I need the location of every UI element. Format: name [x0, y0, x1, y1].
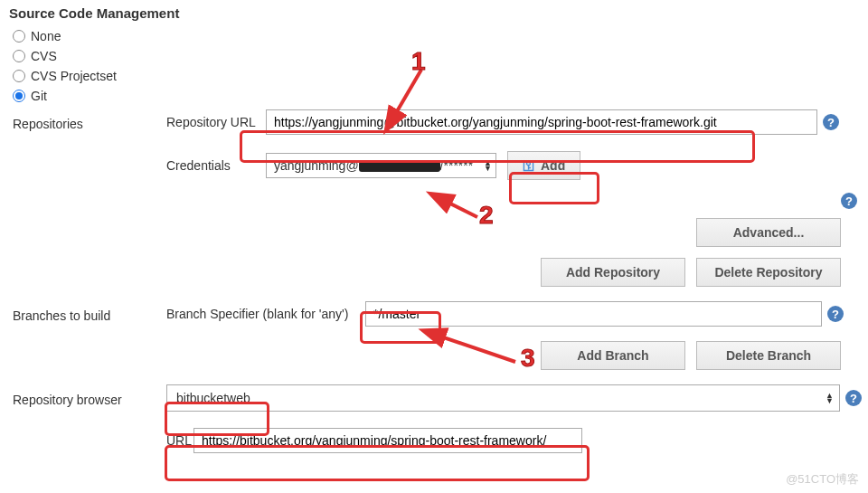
credentials-mask: /****** [440, 158, 474, 173]
add-repository-button[interactable]: Add Repository [541, 258, 685, 287]
chevron-updown-icon: ▲▼ [484, 160, 492, 171]
branch-specifier-label: Branch Specifier (blank for 'any') [166, 307, 365, 321]
branch-specifier-input[interactable] [365, 301, 822, 327]
help-icon[interactable]: ? [841, 193, 857, 209]
repositories-label: Repositories [13, 113, 166, 131]
radio-icon [13, 50, 25, 62]
key-icon: ⚿ [523, 158, 535, 173]
repo-browser-label: Repository browser [13, 389, 166, 407]
section-title: Source Code Management [0, 0, 868, 26]
scm-option-cvs-projectset[interactable]: CVS Projectset [0, 66, 868, 86]
radio-label: CVS [31, 49, 57, 63]
radio-label: CVS Projectset [31, 69, 117, 83]
radio-icon [13, 90, 25, 102]
help-icon[interactable]: ? [827, 306, 844, 322]
browser-url-label: URL [166, 433, 193, 448]
browser-url-input[interactable] [193, 428, 582, 453]
repo-url-label: Repository URL [166, 115, 266, 129]
scm-option-git[interactable]: Git [0, 86, 868, 106]
repo-browser-select[interactable]: bitbucketweb ▲▼ [166, 384, 840, 412]
annotation-number-3: 3 [521, 344, 535, 373]
annotation-number-1: 1 [411, 47, 426, 76]
repo-browser-value: bitbucketweb [176, 391, 250, 405]
radio-icon [13, 30, 25, 43]
radio-label: Git [31, 89, 47, 103]
watermark: @51CTO博客 [786, 471, 859, 488]
help-icon[interactable]: ? [845, 390, 862, 406]
add-button-label: Add [541, 158, 565, 173]
radio-label: None [31, 29, 61, 43]
scm-option-cvs[interactable]: CVS [0, 46, 868, 66]
add-branch-button[interactable]: Add Branch [541, 341, 685, 370]
credentials-value: yangjunming@ [274, 158, 359, 173]
delete-branch-button[interactable]: Delete Branch [696, 341, 841, 370]
radio-icon [13, 70, 25, 82]
branches-label: Branches to build [13, 305, 166, 323]
advanced-button[interactable]: Advanced... [696, 218, 841, 247]
annotation-number-2: 2 [479, 201, 494, 230]
add-credentials-button[interactable]: ⚿ Add [507, 151, 580, 180]
repo-url-input[interactable] [266, 109, 817, 135]
help-icon[interactable]: ? [823, 114, 839, 130]
scm-option-none[interactable]: None [0, 26, 868, 46]
credentials-label: Credentials [166, 158, 266, 173]
chevron-updown-icon: ▲▼ [826, 393, 834, 403]
credentials-select[interactable]: yangjunming@ /****** ▲▼ [266, 153, 496, 178]
delete-repository-button[interactable]: Delete Repository [696, 258, 841, 287]
